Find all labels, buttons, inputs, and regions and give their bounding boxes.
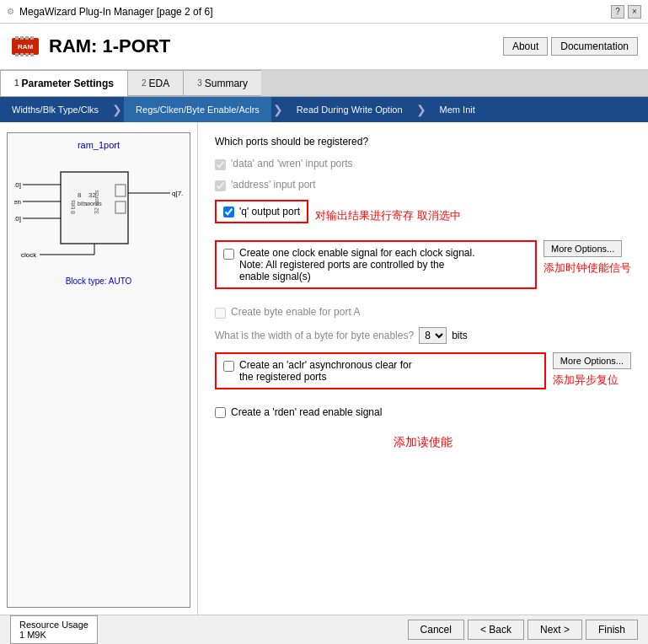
title-bar-text: MegaWizard Plug-In Manager [page 2 of 6] xyxy=(19,6,212,18)
label-byte-width: What is the width of a byte for byte ena… xyxy=(215,330,414,341)
svg-rect-8 xyxy=(30,53,34,56)
checkbox-clock-enable[interactable] xyxy=(223,249,234,260)
tab3-number: 3 xyxy=(197,78,202,88)
section-title: Which ports should be registered? xyxy=(215,136,631,148)
chinese-note-q: 对输出结果进行寄存 取消选中 xyxy=(315,208,461,223)
nav-regs[interactable]: Regs/Clken/Byte Enable/Aclrs xyxy=(124,97,271,122)
next-button[interactable]: Next > xyxy=(528,620,582,640)
label-data-wren: 'data' and 'wren' input ports xyxy=(231,158,353,169)
svg-rect-2 xyxy=(20,36,24,40)
more-options-aclr-btn[interactable]: More Options... xyxy=(553,352,631,369)
checkbox-byte-enable[interactable] xyxy=(215,308,226,319)
nav-arrow-2: ❯ xyxy=(271,103,285,116)
nav-mem-init[interactable]: Mem Init xyxy=(428,97,487,122)
title-bar-left: ⚙ MegaWizard Plug-In Manager [page 2 of … xyxy=(7,6,212,18)
tab2-number: 2 xyxy=(142,78,147,88)
header-left: RAM RAM: 1-PORT xyxy=(10,31,170,62)
chinese-note-clock: 添加时钟使能信号 xyxy=(544,260,631,276)
block-type-label: Block type: AUTO xyxy=(14,276,183,286)
label-bits: bits xyxy=(452,330,468,341)
clock-enable-box: Create one clock enable signal for each … xyxy=(215,240,537,289)
title-bar: ⚙ MegaWizard Plug-In Manager [page 2 of … xyxy=(0,0,648,24)
svg-text:8: 8 xyxy=(78,191,82,199)
svg-rect-4 xyxy=(30,36,34,40)
label-byte-enable: Create byte enable for port A xyxy=(231,306,360,318)
svg-text:q[7..0]: q[7..0] xyxy=(172,190,183,197)
tabs-row: 1 Parameter Settings 2 EDA 3 Summary xyxy=(0,70,648,97)
nav-mem-init-label: Mem Init xyxy=(440,105,475,115)
cancel-button[interactable]: Cancel xyxy=(408,620,464,640)
svg-rect-7 xyxy=(25,53,29,56)
resource-box: Resource Usage 1 M9K xyxy=(10,615,98,644)
tab1-number: 1 xyxy=(14,78,19,88)
tab-eda[interactable]: 2 EDA xyxy=(127,70,183,96)
chinese-note-rden: 添加读使能 xyxy=(215,435,631,450)
circuit-box: ram_1port data[7..0] wren address[4..0] xyxy=(7,132,190,608)
clock-more-area: More Options... 添加时钟使能信号 xyxy=(544,240,631,276)
svg-rect-5 xyxy=(15,53,19,56)
nav-widths-label: Widths/Blk Type/Clks xyxy=(12,105,99,115)
header-buttons: About Documentation xyxy=(503,37,638,56)
title-bar-controls: ? × xyxy=(611,5,641,19)
option-q-box: 'q' output port xyxy=(215,200,308,223)
ram-icon: RAM xyxy=(10,31,40,62)
tab2-label: EDA xyxy=(149,78,170,89)
more-options-clock-btn[interactable]: More Options... xyxy=(544,240,622,257)
aclr-more-area: More Options... 添加异步复位 xyxy=(553,352,631,388)
label-q-output: 'q' output port xyxy=(239,206,300,217)
resource-value: 1 M9K xyxy=(19,630,88,640)
aclr-container: Create an 'aclr' asynchronous clear fort… xyxy=(215,352,631,398)
checkbox-rden[interactable] xyxy=(215,407,226,418)
nav-bar: Widths/Blk Type/Clks ❯ Regs/Clken/Byte E… xyxy=(0,97,648,122)
clock-enable-container: Create one clock enable signal for each … xyxy=(215,240,631,298)
back-button[interactable]: < Back xyxy=(468,620,524,640)
svg-rect-1 xyxy=(15,36,19,40)
svg-text:32 words: 32 words xyxy=(94,190,99,214)
label-address: 'address' input port xyxy=(231,179,316,191)
finish-button[interactable]: Finish xyxy=(586,620,638,640)
nav-read-write[interactable]: Read During Write Option xyxy=(285,97,415,122)
option-data-wren-row: 'data' and 'wren' input ports xyxy=(215,158,631,170)
label-rden: Create a 'rden' read enable signal xyxy=(231,406,382,418)
checkbox-q-output[interactable] xyxy=(223,207,234,217)
aclr-box: Create an 'aclr' asynchronous clear fort… xyxy=(215,352,546,389)
close-button[interactable]: × xyxy=(628,5,641,19)
option-q-container: 'q' output port 对输出结果进行寄存 取消选中 xyxy=(215,200,631,232)
byte-width-select[interactable]: 8 9 xyxy=(419,327,447,344)
svg-text:data[7..0]: data[7..0] xyxy=(14,181,21,189)
checkbox-data-wren[interactable] xyxy=(215,159,226,170)
right-panel: Which ports should be registered? 'data'… xyxy=(198,122,648,614)
nav-read-write-label: Read During Write Option xyxy=(297,105,403,115)
main-content: ram_1port data[7..0] wren address[4..0] xyxy=(0,122,648,614)
svg-rect-3 xyxy=(25,36,29,40)
svg-text:clock: clock xyxy=(21,251,37,259)
page-title: RAM: 1-PORT xyxy=(49,35,170,57)
tab-parameter-settings[interactable]: 1 Parameter Settings xyxy=(0,70,127,96)
help-button[interactable]: ? xyxy=(611,5,624,19)
circuit-title: ram_1port xyxy=(14,140,183,150)
chinese-note-aclr: 添加异步复位 xyxy=(553,373,619,388)
tab1-label: Parameter Settings xyxy=(22,78,114,89)
rden-row: Create a 'rden' read enable signal xyxy=(215,406,631,418)
svg-text:RAM: RAM xyxy=(18,43,34,51)
nav-regs-label: Regs/Clken/Byte Enable/Aclrs xyxy=(136,105,260,115)
bottom-bar: Resource Usage 1 M9K Cancel < Back Next … xyxy=(0,614,648,644)
checkbox-aclr[interactable] xyxy=(223,361,234,372)
header: RAM RAM: 1-PORT About Documentation xyxy=(0,24,648,70)
svg-text:address[4..0]: address[4..0] xyxy=(14,215,21,223)
tab3-label: Summary xyxy=(205,78,248,89)
documentation-button[interactable]: Documentation xyxy=(551,37,638,56)
bottom-buttons: Cancel < Back Next > Finish xyxy=(408,620,638,640)
byte-enable-row: Create byte enable for port A xyxy=(215,306,631,319)
checkbox-address[interactable] xyxy=(215,180,226,191)
byte-width-row: What is the width of a byte for byte ena… xyxy=(215,327,631,344)
option-address-row: 'address' input port xyxy=(215,179,631,191)
resource-usage-label: Resource Usage xyxy=(19,620,88,630)
tab-summary[interactable]: 3 Summary xyxy=(183,70,261,96)
nav-widths[interactable]: Widths/Blk Type/Clks xyxy=(0,97,110,122)
label-aclr: Create an 'aclr' asynchronous clear fort… xyxy=(239,359,412,383)
circuit-diagram: data[7..0] wren address[4..0] clock q[7.… xyxy=(14,155,183,273)
about-button[interactable]: About xyxy=(503,37,548,56)
svg-rect-6 xyxy=(20,53,24,56)
svg-text:8 bits: 8 bits xyxy=(70,200,76,214)
